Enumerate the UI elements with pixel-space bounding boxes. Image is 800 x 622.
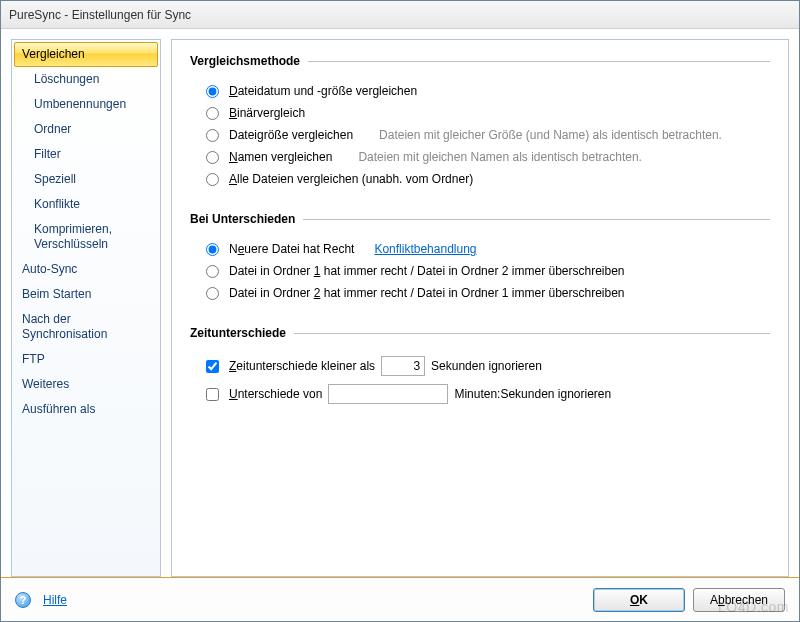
method-label-0[interactable]: Dateidatum und -größe vergleichen bbox=[229, 84, 417, 98]
method-radio-1[interactable] bbox=[206, 107, 219, 120]
sidebar-item-10[interactable]: Nach der Synchronisation bbox=[14, 307, 158, 347]
method-option-row: Namen vergleichenDateien mit gleichen Na… bbox=[190, 146, 770, 168]
diff-radio-0[interactable] bbox=[206, 243, 219, 256]
time-threshold-checkbox[interactable] bbox=[206, 360, 219, 373]
sidebar-item-12[interactable]: Weiteres bbox=[14, 372, 158, 397]
group-title-text: Vergleichsmethode bbox=[190, 54, 300, 68]
sidebar-item-11[interactable]: FTP bbox=[14, 347, 158, 372]
diff-option-row: Datei in Ordner 1 hat immer recht / Date… bbox=[190, 260, 770, 282]
method-radio-4[interactable] bbox=[206, 173, 219, 186]
ok-button[interactable]: OK bbox=[593, 588, 685, 612]
diff-label-2[interactable]: Datei in Ordner 2 hat immer recht / Date… bbox=[229, 286, 625, 300]
sidebar-item-0[interactable]: Vergleichen bbox=[14, 42, 158, 67]
time-offset-row: Unterschiede von Minuten:Sekunden ignori… bbox=[190, 380, 770, 408]
diff-radio-2[interactable] bbox=[206, 287, 219, 300]
method-desc-3: Dateien mit gleichen Namen als identisch… bbox=[358, 150, 642, 164]
group-title-text: Zeitunterschiede bbox=[190, 326, 286, 340]
time-offset-checkbox[interactable] bbox=[206, 388, 219, 401]
method-option-row: Dateidatum und -größe vergleichen bbox=[190, 80, 770, 102]
sidebar: VergleichenLöschungenUmbenennungenOrdner… bbox=[11, 39, 161, 577]
method-option-row: Dateigröße vergleichenDateien mit gleich… bbox=[190, 124, 770, 146]
method-radio-2[interactable] bbox=[206, 129, 219, 142]
method-desc-2: Dateien mit gleicher Größe (und Name) al… bbox=[379, 128, 722, 142]
content-panel: Vergleichsmethode Dateidatum und -größe … bbox=[171, 39, 789, 577]
method-label-4[interactable]: Alle Dateien vergleichen (unabh. vom Ord… bbox=[229, 172, 473, 186]
group-on-difference: Bei Unterschieden Neuere Datei hat Recht… bbox=[190, 212, 770, 304]
cancel-button[interactable]: Abbrechen bbox=[693, 588, 785, 612]
window-title: PureSync - Einstellungen für Sync bbox=[9, 8, 191, 22]
method-label-1[interactable]: Binärvergleich bbox=[229, 106, 305, 120]
method-option-row: Binärvergleich bbox=[190, 102, 770, 124]
diff-option-row: Datei in Ordner 2 hat immer recht / Date… bbox=[190, 282, 770, 304]
titlebar: PureSync - Einstellungen für Sync bbox=[1, 1, 799, 29]
time-offset-suffix: Minuten:Sekunden ignorieren bbox=[454, 387, 611, 401]
divider bbox=[294, 333, 770, 334]
method-radio-0[interactable] bbox=[206, 85, 219, 98]
diff-label-1[interactable]: Datei in Ordner 1 hat immer recht / Date… bbox=[229, 264, 625, 278]
sidebar-item-7[interactable]: Komprimieren, Verschlüsseln bbox=[14, 217, 158, 257]
time-threshold-input[interactable] bbox=[381, 356, 425, 376]
time-threshold-suffix: Sekunden ignorieren bbox=[431, 359, 542, 373]
diff-radio-1[interactable] bbox=[206, 265, 219, 278]
settings-window: PureSync - Einstellungen für Sync Vergle… bbox=[0, 0, 800, 622]
sidebar-item-3[interactable]: Ordner bbox=[14, 117, 158, 142]
method-radio-3[interactable] bbox=[206, 151, 219, 164]
diff-label-0[interactable]: Neuere Datei hat Recht bbox=[229, 242, 354, 256]
divider bbox=[303, 219, 770, 220]
sidebar-item-1[interactable]: Löschungen bbox=[14, 67, 158, 92]
body: VergleichenLöschungenUmbenennungenOrdner… bbox=[1, 29, 799, 577]
time-threshold-row: Zeitunterschiede kleiner als Sekunden ig… bbox=[190, 352, 770, 380]
method-label-2[interactable]: Dateigröße vergleichen bbox=[229, 128, 353, 142]
sidebar-item-13[interactable]: Ausführen als bbox=[14, 397, 158, 422]
method-label-3[interactable]: Namen vergleichen bbox=[229, 150, 332, 164]
method-option-row: Alle Dateien vergleichen (unabh. vom Ord… bbox=[190, 168, 770, 190]
sidebar-item-2[interactable]: Umbenennungen bbox=[14, 92, 158, 117]
sidebar-item-4[interactable]: Filter bbox=[14, 142, 158, 167]
group-title: Bei Unterschieden bbox=[190, 212, 770, 226]
sidebar-item-6[interactable]: Konflikte bbox=[14, 192, 158, 217]
group-title: Vergleichsmethode bbox=[190, 54, 770, 68]
time-offset-input[interactable] bbox=[328, 384, 448, 404]
sidebar-item-9[interactable]: Beim Starten bbox=[14, 282, 158, 307]
sidebar-item-8[interactable]: Auto-Sync bbox=[14, 257, 158, 282]
time-threshold-label[interactable]: Zeitunterschiede kleiner als bbox=[229, 359, 375, 373]
group-compare-method: Vergleichsmethode Dateidatum und -größe … bbox=[190, 54, 770, 190]
group-title-text: Bei Unterschieden bbox=[190, 212, 295, 226]
group-time-difference: Zeitunterschiede Zeitunterschiede kleine… bbox=[190, 326, 770, 408]
diff-option-row: Neuere Datei hat RechtKonfliktbehandlung bbox=[190, 238, 770, 260]
help-link[interactable]: Hilfe bbox=[43, 593, 67, 607]
group-title: Zeitunterschiede bbox=[190, 326, 770, 340]
conflict-handling-link[interactable]: Konfliktbehandlung bbox=[374, 242, 476, 256]
sidebar-item-5[interactable]: Speziell bbox=[14, 167, 158, 192]
time-offset-label[interactable]: Unterschiede von bbox=[229, 387, 322, 401]
divider bbox=[308, 61, 770, 62]
footer: ? Hilfe OK Abbrechen bbox=[1, 577, 799, 621]
help-icon: ? bbox=[15, 592, 31, 608]
